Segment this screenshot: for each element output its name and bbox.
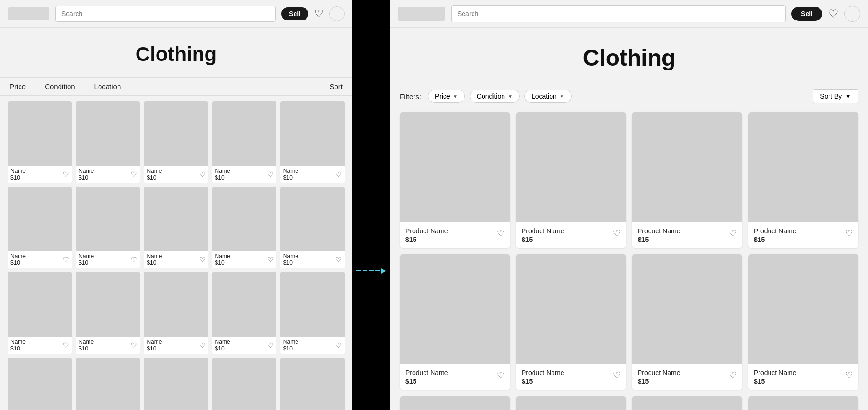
left-product-card[interactable]: Name $10 ♡ [280,358,345,410]
left-filter-price[interactable]: Price [10,82,26,90]
right-product-info-2: Product Name $15 ♡ [632,222,742,248]
left-product-card[interactable]: Name $10 ♡ [280,187,345,268]
left-product-heart-3[interactable]: ♡ [267,170,274,178]
left-product-heart-7[interactable]: ♡ [199,256,206,263]
left-product-card[interactable]: Name $10 ♡ [8,101,72,183]
right-sell-button[interactable]: Sell [791,7,822,21]
left-product-heart-11[interactable]: ♡ [131,341,137,349]
left-product-card[interactable]: Name $10 ♡ [8,272,72,353]
left-product-name-5: Name [10,253,26,260]
right-product-image-9 [516,396,626,410]
arrow-dash-3 [369,270,374,271]
right-product-card[interactable]: Product Name $15 ♡ [632,396,742,410]
right-product-price-2: $15 [638,236,680,243]
left-filter-condition[interactable]: Condition [45,82,75,90]
left-product-card[interactable]: Name $10 ♡ [76,187,140,268]
left-wishlist-icon[interactable]: ♡ [314,8,324,20]
sort-chevron-icon: ▼ [845,92,851,100]
left-product-heart-10[interactable]: ♡ [63,341,69,349]
left-product-image-10 [8,272,72,336]
left-product-card[interactable]: Name $10 ♡ [8,358,72,410]
left-product-heart-12[interactable]: ♡ [199,341,206,349]
left-product-heart-8[interactable]: ♡ [267,256,274,263]
left-product-card[interactable]: Name $10 ♡ [144,101,208,183]
left-product-image-1 [76,101,140,166]
left-product-card[interactable]: Name $10 ♡ [280,272,345,353]
left-search-input[interactable] [55,6,276,22]
right-product-heart-2[interactable]: ♡ [729,228,737,239]
right-filter-condition[interactable]: Condition ▼ [470,90,520,103]
right-search-input[interactable] [451,5,786,22]
right-product-card[interactable]: Product Name $15 ♡ [632,112,742,248]
left-product-card[interactable]: Name $10 ♡ [280,101,345,183]
left-product-heart-14[interactable]: ♡ [335,341,342,349]
left-sort[interactable]: Sort [329,82,343,90]
right-product-heart-5[interactable]: ♡ [613,370,621,380]
left-product-heart-9[interactable]: ♡ [335,256,342,263]
left-sell-button[interactable]: Sell [281,7,308,20]
right-product-card[interactable]: Product Name $15 ♡ [748,112,858,248]
left-product-image-8 [212,187,276,251]
left-product-heart-6[interactable]: ♡ [131,256,137,263]
right-product-card[interactable]: Product Name $15 ♡ [516,112,626,248]
right-product-heart-1[interactable]: ♡ [613,228,621,239]
transition-arrow [356,268,386,274]
right-filter-location[interactable]: Location ▼ [524,90,572,103]
left-filter-location[interactable]: Location [94,82,121,90]
right-product-info-3: Product Name $15 ♡ [748,222,858,248]
left-product-heart-5[interactable]: ♡ [63,256,69,263]
right-product-card[interactable]: Product Name $15 ♡ [748,254,858,390]
right-product-card[interactable]: Product Name $15 ♡ [516,254,626,390]
right-product-heart-6[interactable]: ♡ [729,370,737,380]
right-product-heart-4[interactable]: ♡ [497,370,504,380]
right-product-name-5: Product Name [522,369,564,377]
left-product-card[interactable]: Name $10 ♡ [212,358,276,410]
left-product-card[interactable]: Name $10 ♡ [212,187,276,268]
left-product-name-price-11: Name $10 [79,339,94,352]
right-product-heart-7[interactable]: ♡ [845,370,853,380]
left-product-name-1: Name [79,168,94,174]
left-product-heart-0[interactable]: ♡ [63,170,69,178]
right-product-card[interactable]: Product Name $15 ♡ [400,396,510,410]
left-product-card[interactable]: Name $10 ♡ [144,187,208,268]
left-product-card[interactable]: Name $10 ♡ [212,272,276,353]
left-product-heart-2[interactable]: ♡ [199,170,206,178]
left-product-price-4: $10 [283,174,298,181]
right-product-price-7: $15 [754,378,796,385]
left-product-card[interactable]: Name $10 ♡ [76,272,140,353]
right-product-heart-0[interactable]: ♡ [497,228,504,239]
right-product-heart-3[interactable]: ♡ [845,228,853,239]
left-product-info-10: Name $10 ♡ [8,337,72,354]
right-wishlist-icon[interactable]: ♡ [828,7,838,20]
right-filter-price[interactable]: Price ▼ [428,90,465,103]
left-product-image-6 [76,187,140,251]
right-product-card[interactable]: Product Name $15 ♡ [400,112,510,248]
left-product-card[interactable]: Name $10 ♡ [144,272,208,353]
left-product-name-7: Name [147,253,162,260]
left-product-image-18 [212,358,276,410]
left-product-card[interactable]: Name $10 ♡ [76,101,140,183]
right-sort-by[interactable]: Sort By ▼ [813,89,858,103]
left-product-heart-13[interactable]: ♡ [267,341,274,349]
right-avatar[interactable] [844,6,860,22]
left-product-image-19 [280,358,345,410]
right-product-card[interactable]: Product Name $15 ♡ [516,396,626,410]
left-avatar[interactable] [329,6,345,21]
left-product-heart-1[interactable]: ♡ [131,170,137,178]
right-product-image-1 [516,112,626,222]
left-product-card[interactable]: Name $10 ♡ [144,358,208,410]
left-product-info-3: Name $10 ♡ [212,166,276,183]
right-product-image-3 [748,112,858,222]
left-product-card[interactable]: Name $10 ♡ [8,187,72,268]
left-product-card[interactable]: Name $10 ♡ [212,101,276,183]
right-product-card[interactable]: Product Name $15 ♡ [748,396,858,410]
left-product-image-9 [280,187,345,251]
left-product-name-14: Name [283,339,298,345]
right-product-card[interactable]: Product Name $15 ♡ [632,254,742,390]
left-product-info-14: Name $10 ♡ [280,337,345,354]
right-product-card[interactable]: Product Name $15 ♡ [400,254,510,390]
left-product-heart-4[interactable]: ♡ [335,170,342,178]
left-product-info-1: Name $10 ♡ [76,166,140,183]
left-product-card[interactable]: Name $10 ♡ [76,358,140,410]
left-product-price-14: $10 [283,345,298,352]
